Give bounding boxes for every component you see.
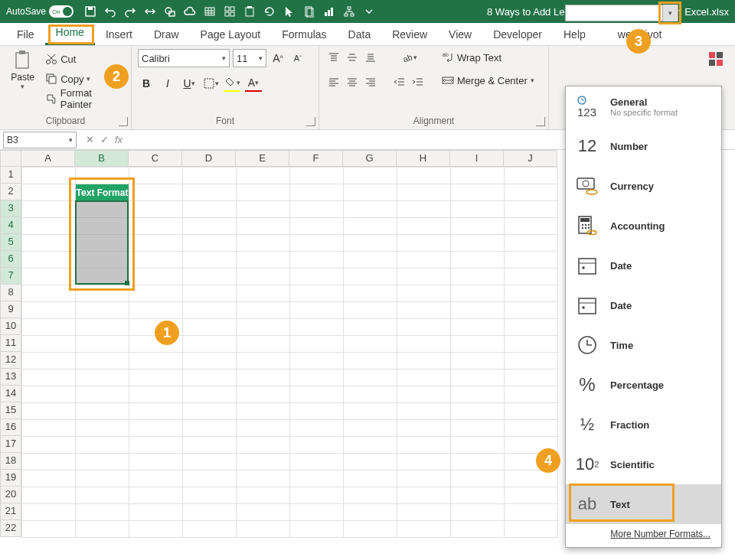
cell[interactable] [22,437,76,454]
tab-draw[interactable]: Draw [143,24,190,45]
number-format-select[interactable]: ▾ [565,5,678,21]
tab-insert[interactable]: Insert [95,24,143,45]
cell[interactable] [344,437,397,454]
cell[interactable] [129,454,183,470]
cloud-icon[interactable] [184,5,196,18]
cell[interactable] [505,319,558,336]
cell[interactable] [183,201,237,218]
cell[interactable] [505,269,558,285]
cell[interactable] [22,470,76,487]
cell[interactable] [344,353,397,370]
cell[interactable] [290,454,344,470]
cell[interactable] [76,353,129,370]
cell[interactable] [22,319,76,336]
cell[interactable] [344,454,397,470]
cell[interactable] [129,168,183,184]
cell[interactable] [76,336,129,353]
cell[interactable] [22,252,76,269]
cell[interactable] [344,403,397,420]
cell[interactable] [344,285,397,302]
cell[interactable] [505,302,558,319]
format-scientific[interactable]: 102 Scientific [566,444,721,484]
cell[interactable] [22,235,76,252]
cell[interactable] [237,184,290,201]
chevron-down-icon[interactable] [363,5,375,18]
cell[interactable] [22,168,76,184]
cell[interactable] [22,403,76,420]
format-short-date[interactable]: Date [566,246,721,285]
cell[interactable] [237,504,290,521]
cell[interactable] [129,302,183,319]
row-header-6[interactable]: 6 [0,251,21,268]
cell[interactable] [397,336,451,353]
fx-icon[interactable]: fx [115,134,122,145]
tab-view[interactable]: View [438,24,482,45]
cell[interactable] [397,504,451,521]
cell[interactable] [183,235,237,252]
cell[interactable] [237,218,290,235]
cell[interactable] [22,386,76,403]
cell[interactable] [237,302,290,319]
col-header-C[interactable]: C [129,150,182,167]
cell[interactable] [183,252,237,269]
cell[interactable] [22,269,76,285]
refresh-icon[interactable] [263,5,276,18]
cell[interactable] [237,470,290,487]
cell[interactable] [397,353,451,370]
cell[interactable] [183,454,237,470]
cell[interactable] [76,504,129,521]
cell[interactable] [183,370,237,386]
cell[interactable] [397,252,451,269]
format-general[interactable]: 123 GeneralNo specific format [566,86,721,126]
increase-font-icon[interactable]: A^ [270,50,286,67]
cell[interactable] [22,420,76,437]
cell[interactable] [22,336,76,353]
cell[interactable] [344,252,397,269]
row-header-16[interactable]: 16 [0,419,21,436]
cell[interactable] [22,504,76,521]
font-color-button[interactable]: A▾ [245,75,262,92]
cell[interactable] [451,487,505,504]
cell[interactable] [505,403,558,420]
format-time[interactable]: Time [566,325,721,365]
redo-icon[interactable] [124,5,136,18]
cell[interactable] [505,386,558,403]
format-text[interactable]: ab Text [566,484,721,524]
orientation-button[interactable]: ab▾ [391,49,426,66]
cell[interactable] [22,487,76,504]
cell[interactable] [183,521,237,538]
cell[interactable] [290,470,344,487]
border-button[interactable]: ▾ [202,75,219,92]
cell[interactable] [505,370,558,386]
col-header-E[interactable]: E [236,150,289,167]
cell[interactable] [129,269,183,285]
cell[interactable] [451,470,505,487]
cursor-icon[interactable] [283,5,296,18]
tab-formulas[interactable]: Formulas [271,24,337,45]
col-header-F[interactable]: F [289,150,343,167]
cell[interactable] [397,403,451,420]
select-all-corner[interactable] [0,150,21,167]
cancel-icon[interactable]: ✕ [86,134,94,145]
cell[interactable] [397,370,451,386]
cell[interactable] [290,487,344,504]
cell[interactable] [451,336,505,353]
cell[interactable] [129,370,183,386]
row-header-19[interactable]: 19 [0,470,21,487]
cell[interactable] [290,521,344,538]
number-format-input[interactable] [566,5,662,21]
bold-button[interactable]: B [138,75,155,92]
cell[interactable] [22,285,76,302]
cell[interactable] [344,487,397,504]
col-header-J[interactable]: J [504,150,557,167]
cell[interactable] [183,487,237,504]
more-number-formats[interactable]: More Number Formats... [566,524,721,544]
cell[interactable] [290,218,344,235]
row-header-12[interactable]: 12 [0,352,21,369]
cell[interactable] [183,269,237,285]
cell[interactable] [76,454,129,470]
cell[interactable] [237,353,290,370]
cell[interactable] [183,168,237,184]
row-header-5[interactable]: 5 [0,234,21,251]
cell[interactable] [451,521,505,538]
